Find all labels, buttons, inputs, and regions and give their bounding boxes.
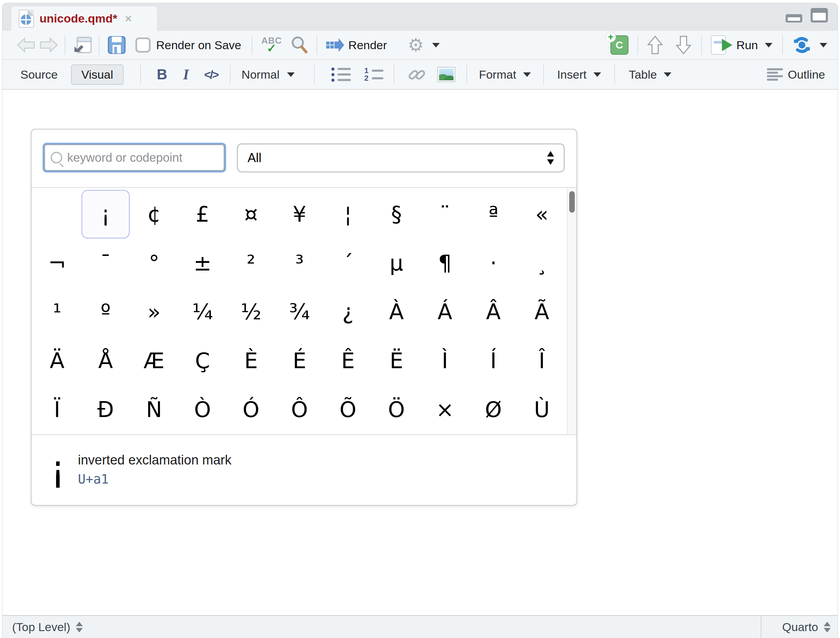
character-cell[interactable]: Ä <box>33 336 81 385</box>
character-cell[interactable]: ¹ <box>33 287 81 336</box>
character-cell[interactable]: Í <box>469 336 518 385</box>
scope-selector[interactable]: (Top Level) <box>12 620 70 634</box>
character-cell[interactable]: Ê <box>324 336 372 385</box>
character-cell[interactable]: ° <box>130 238 178 287</box>
category-select[interactable]: All <box>237 144 565 172</box>
character-cell[interactable]: ± <box>178 238 227 287</box>
unicode-search-input[interactable] <box>62 145 224 170</box>
back-icon[interactable] <box>16 37 36 53</box>
character-cell[interactable]: ¤ <box>227 190 275 238</box>
character-cell[interactable]: Ï <box>33 385 81 434</box>
character-cell[interactable]: Æ <box>130 336 178 385</box>
run-options-caret-icon[interactable] <box>765 43 772 47</box>
save-icon[interactable] <box>108 36 126 54</box>
character-cell[interactable]: Õ <box>324 385 372 434</box>
character-cell[interactable]: · <box>469 238 518 287</box>
character-cell[interactable]: ¶ <box>421 238 469 287</box>
character-cell[interactable]: Ö <box>372 385 421 434</box>
search-icon[interactable] <box>290 36 309 54</box>
table-menu[interactable]: Table <box>629 68 657 81</box>
outline-icon[interactable] <box>767 67 783 82</box>
character-cell[interactable]: ¼ <box>178 287 227 336</box>
character-cell[interactable]: « <box>518 190 566 238</box>
character-cell[interactable]: ¥ <box>275 190 324 238</box>
bold-button[interactable]: B <box>157 66 167 83</box>
character-cell[interactable]: ¾ <box>275 287 324 336</box>
character-cell[interactable]: ½ <box>227 287 275 336</box>
format-menu-caret-icon[interactable] <box>523 73 531 77</box>
character-cell[interactable]: Î <box>518 336 566 385</box>
character-cell[interactable]: ´ <box>324 238 372 287</box>
maximize-pane-icon[interactable] <box>810 8 828 22</box>
tab-close-icon[interactable]: × <box>125 12 132 25</box>
character-cell[interactable]: ¡ <box>81 190 130 238</box>
inline-code-button[interactable]: </> <box>204 68 218 81</box>
insert-menu-caret-icon[interactable] <box>594 73 601 77</box>
source-options-caret-icon[interactable] <box>819 43 827 47</box>
character-cell[interactable]: Ø <box>469 385 518 434</box>
bullet-list-button[interactable] <box>332 66 351 83</box>
character-cell[interactable]: Ã <box>518 287 566 336</box>
insert-menu[interactable]: Insert <box>557 68 587 81</box>
character-cell[interactable]: £ <box>178 190 227 238</box>
character-cell[interactable]: ¿ <box>324 287 372 336</box>
character-cell[interactable]: É <box>275 336 324 385</box>
character-cell[interactable]: Ñ <box>130 385 178 434</box>
tab-unicode-qmd[interactable]: unicode.qmd* × <box>11 6 158 31</box>
source-mode-button[interactable]: Source <box>21 68 58 81</box>
character-cell[interactable]: º <box>81 287 130 336</box>
character-cell[interactable]: Â <box>469 287 518 336</box>
character-cell[interactable]: ª <box>469 190 518 238</box>
character-cell[interactable]: ¸ <box>518 238 566 287</box>
editor-canvas[interactable]: All ¡¢£¤¥¦§¨ª«¬¯°±²³´µ¶·¸¹º»¼½¾¿ÀÁÂÃÄÅÆÇ… <box>2 90 838 615</box>
render-icon[interactable] <box>325 37 345 53</box>
render-options-caret-icon[interactable] <box>432 43 440 47</box>
visual-mode-button[interactable]: Visual <box>71 65 124 85</box>
scope-selector-arrows-icon[interactable] <box>76 622 83 632</box>
character-cell[interactable]: × <box>421 385 469 434</box>
link-button[interactable] <box>407 66 426 83</box>
numbered-list-button[interactable]: 1 2 <box>364 66 383 83</box>
character-cell[interactable]: Ð <box>81 385 130 434</box>
character-cell[interactable]: ¦ <box>324 190 372 238</box>
paragraph-style-caret-icon[interactable] <box>287 73 295 77</box>
render-settings-gear-icon[interactable]: ⚙ <box>408 36 424 54</box>
character-cell[interactable]: È <box>227 336 275 385</box>
grid-scrollbar[interactable] <box>567 188 576 434</box>
character-cell[interactable]: » <box>130 287 178 336</box>
insert-chunk-icon[interactable]: C+ <box>610 35 628 55</box>
character-cell[interactable]: Ù <box>518 385 566 434</box>
source-rerun-icon[interactable] <box>792 36 812 54</box>
document-type-selector[interactable]: Quarto <box>761 616 838 638</box>
render-label[interactable]: Render <box>348 38 387 52</box>
character-cell[interactable]: Ô <box>275 385 324 434</box>
render-on-save-checkbox[interactable] <box>136 38 151 53</box>
go-to-previous-chunk-icon[interactable] <box>646 35 664 55</box>
forward-icon[interactable] <box>38 37 58 53</box>
italic-button[interactable]: I <box>183 66 189 83</box>
character-cell[interactable]: Ó <box>227 385 275 434</box>
go-to-next-chunk-icon[interactable] <box>675 35 692 55</box>
character-cell[interactable]: À <box>372 287 421 336</box>
spellcheck-icon[interactable]: ABC ✓ <box>261 36 282 54</box>
run-label[interactable]: Run <box>736 38 758 52</box>
open-in-new-window-icon[interactable] <box>73 36 92 54</box>
character-cell[interactable]: ¯ <box>81 238 130 287</box>
character-cell[interactable]: Ë <box>372 336 421 385</box>
format-menu[interactable]: Format <box>479 68 516 81</box>
character-cell[interactable]: Ò <box>178 385 227 434</box>
character-cell[interactable] <box>33 190 81 238</box>
run-arrow-icon[interactable] <box>721 38 733 52</box>
character-cell[interactable]: Ì <box>421 336 469 385</box>
minimize-pane-icon[interactable] <box>786 14 802 22</box>
character-cell[interactable]: ² <box>227 238 275 287</box>
grid-scrollbar-thumb[interactable] <box>569 191 575 213</box>
paragraph-style-dropdown[interactable]: Normal <box>242 68 280 81</box>
outline-toggle[interactable]: Outline <box>788 68 825 81</box>
character-cell[interactable]: ¨ <box>421 190 469 238</box>
table-menu-caret-icon[interactable] <box>664 73 671 77</box>
character-cell[interactable]: ¢ <box>130 190 178 238</box>
character-cell[interactable]: µ <box>372 238 421 287</box>
image-button[interactable] <box>437 67 455 82</box>
character-cell[interactable]: ³ <box>275 238 324 287</box>
